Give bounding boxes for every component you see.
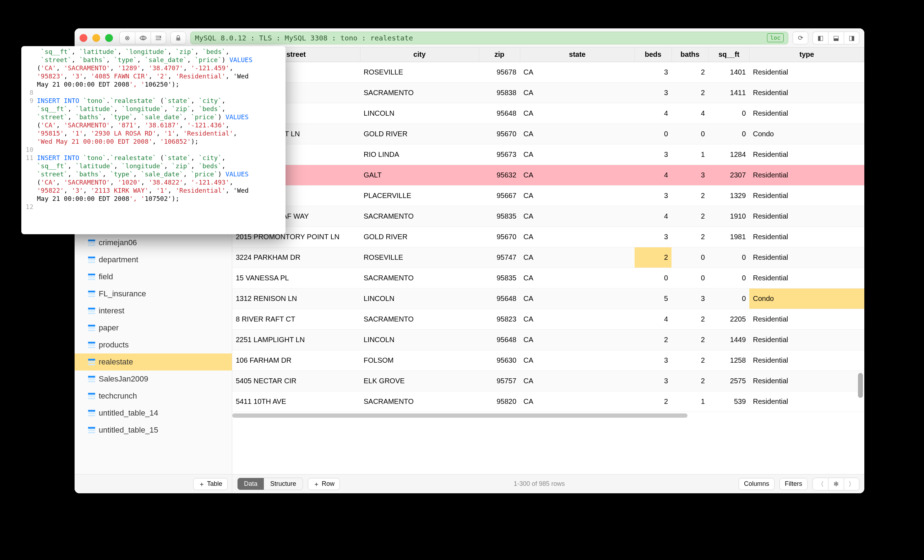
sidebar-item-untitled_table_15[interactable]: untitled_table_15 [75,422,232,439]
close-window-button[interactable] [80,34,87,42]
cell-state[interactable]: CA [520,370,634,391]
cell-zip[interactable]: 95835 [479,268,520,288]
table-row[interactable]: ...EY LNLINCOLN95648CA440Residential [232,103,864,123]
cell-type[interactable]: Residential [749,247,864,268]
cell-state[interactable]: CA [520,165,634,185]
cell-state[interactable]: CA [520,309,634,329]
cell-beds[interactable]: 3 [634,226,672,247]
table-row[interactable]: ...RAMA DRPLACERVILLE95667CA321329Reside… [232,185,864,206]
cell-street[interactable]: 5411 10TH AVE [232,391,360,412]
table-row[interactable]: 5651 OVERLEAF WAYSACRAMENTO95835CA421910… [232,206,864,226]
bottombar-toggle-icon[interactable]: ⬓ [828,31,844,44]
cell-street[interactable]: 106 FARHAM DR [232,350,360,370]
cell-zip[interactable]: 95747 [479,247,520,268]
table-row[interactable]: 5411 10TH AVESACRAMENTO95820CA21539Resid… [232,391,864,412]
cell-city[interactable]: LINCOLN [360,329,479,350]
sidebar-toggle-icon[interactable]: ◧ [813,31,828,44]
cell-sq__ft[interactable]: 1284 [708,144,749,165]
cell-baths[interactable]: 2 [672,329,708,350]
cell-sq__ft[interactable]: 2205 [708,309,749,329]
table-row[interactable]: ...N CTGALT95632CA432307Residential [232,165,864,185]
cell-zip[interactable]: 95678 [479,62,520,82]
table-row[interactable]: 5405 NECTAR CIRELK GROVE95757CA322575Res… [232,370,864,391]
cell-baths[interactable]: 2 [672,350,708,370]
sidebar-item-realestate[interactable]: realestate [75,353,232,370]
cell-street[interactable]: 8 RIVER RAFT CT [232,309,360,329]
cell-zip[interactable]: 95823 [479,309,520,329]
sidebar-item-SalesJan2009[interactable]: SalesJan2009 [75,370,232,388]
table-row[interactable]: 1312 RENISON LNLINCOLN95648CA530Condo [232,288,864,309]
cell-sq__ft[interactable]: 2307 [708,165,749,185]
column-header-baths[interactable]: baths [672,48,708,62]
cell-type[interactable]: Residential [749,185,864,206]
column-header-zip[interactable]: zip [479,48,520,62]
data-grid[interactable]: streetcityzipstatebedsbathssq__fttype ..… [232,48,864,412]
preview-icon[interactable] [135,31,151,44]
vertical-scrollbar[interactable] [858,64,863,470]
view-segmented-control[interactable]: Data Structure [237,478,303,490]
table-row[interactable]: 2015 PROMONTORY POINT LNGOLD RIVER95670C… [232,226,864,247]
cell-city[interactable]: SACRAMENTO [360,206,479,226]
cell-city[interactable]: SACRAMENTO [360,268,479,288]
cell-beds[interactable]: 3 [634,350,672,370]
cell-beds[interactable]: 4 [634,206,672,226]
cell-state[interactable]: CA [520,185,634,206]
cancel-icon[interactable]: ⊗ [119,31,135,44]
cell-sq__ft[interactable]: 1981 [708,226,749,247]
cell-zip[interactable]: 95648 [479,103,520,123]
cell-zip[interactable]: 95630 [479,350,520,370]
cell-city[interactable]: SACRAMENTO [360,309,479,329]
cell-state[interactable]: CA [520,206,634,226]
cell-beds[interactable]: 4 [634,309,672,329]
sidebar-item-interest[interactable]: interest [75,302,232,319]
cell-baths[interactable]: 0 [672,247,708,268]
cell-zip[interactable]: 95757 [479,370,520,391]
column-header-city[interactable]: city [360,48,479,62]
page-settings-button[interactable]: ✻ [828,478,844,490]
cell-type[interactable]: Residential [749,62,864,82]
cell-beds[interactable]: 5 [634,288,672,309]
cell-beds[interactable]: 3 [634,62,672,82]
cell-state[interactable]: CA [520,123,634,144]
sidebar-item-untitled_table_14[interactable]: untitled_table_14 [75,404,232,422]
tab-structure[interactable]: Structure [264,478,303,490]
sidebar-item-crimejan06[interactable]: crimejan06 [75,234,232,251]
filters-button[interactable]: Filters [780,478,807,490]
cell-type[interactable]: Residential [749,226,864,247]
cell-baths[interactable]: 2 [672,370,708,391]
next-page-button[interactable]: 〉 [844,478,860,490]
cell-type[interactable]: Residential [749,350,864,370]
sidebar-item-paper[interactable]: paper [75,319,232,337]
cell-baths[interactable]: 2 [672,185,708,206]
cell-type[interactable]: Residential [749,370,864,391]
cell-beds[interactable]: 0 [634,268,672,288]
cell-zip[interactable]: 95835 [479,206,520,226]
cell-type[interactable]: Residential [749,268,864,288]
cell-beds[interactable]: 2 [634,329,672,350]
cell-type[interactable]: Residential [749,206,864,226]
cell-zip[interactable]: 95648 [479,288,520,309]
cell-zip[interactable]: 95632 [479,165,520,185]
cell-state[interactable]: CA [520,350,634,370]
cell-city[interactable]: GOLD RIVER [360,226,479,247]
table-row[interactable]: 2251 LAMPLIGHT LNLINCOLN95648CA221449Res… [232,329,864,350]
cell-city[interactable]: ELK GROVE [360,370,479,391]
prev-page-button[interactable]: 〈 [813,478,828,490]
cell-city[interactable]: FOLSOM [360,350,479,370]
cell-sq__ft[interactable]: 1449 [708,329,749,350]
cell-type[interactable]: Residential [749,309,864,329]
column-header-state[interactable]: state [520,48,634,62]
cell-type[interactable]: Condo [749,288,864,309]
cell-baths[interactable]: 0 [672,123,708,144]
sidebar-item-techcrunch[interactable]: techcrunch [75,388,232,404]
cell-baths[interactable]: 2 [672,206,708,226]
cell-sq__ft[interactable]: 0 [708,123,749,144]
cell-sq__ft[interactable]: 1401 [708,62,749,82]
cell-baths[interactable]: 2 [672,309,708,329]
cell-street[interactable]: 5405 NECTAR CIR [232,370,360,391]
cell-baths[interactable]: 4 [672,103,708,123]
cell-baths[interactable]: 1 [672,144,708,165]
table-row[interactable]: ... SPIKE WAYSACRAMENTO95838CA321411Resi… [232,82,864,103]
cell-beds[interactable]: 3 [634,370,672,391]
table-row[interactable]: 8 RIVER RAFT CTSACRAMENTO95823CA422205Re… [232,309,864,329]
